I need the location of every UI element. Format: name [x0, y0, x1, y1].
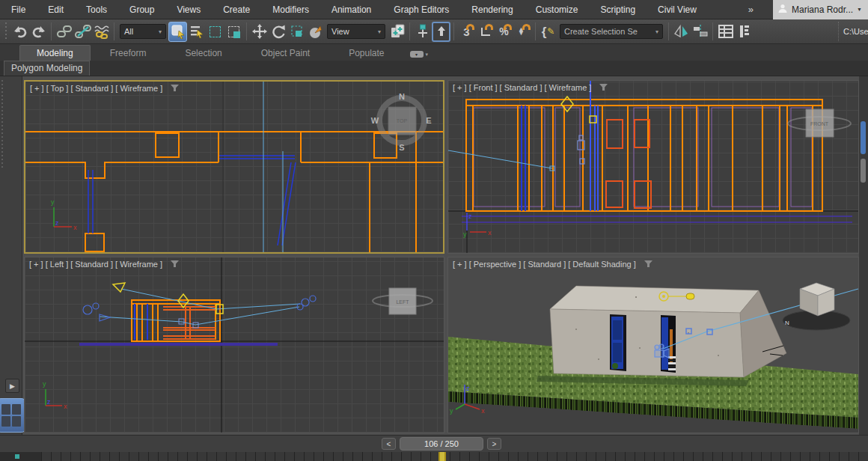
- menu-modifiers[interactable]: Modifiers: [261, 0, 320, 19]
- spinner-snap-toggle-button[interactable]: ▲▼: [513, 22, 532, 42]
- viewport-menu-general[interactable]: [ + ]: [29, 260, 43, 269]
- viewcube-left[interactable]: LEFT: [373, 288, 433, 314]
- menu-file[interactable]: File: [0, 0, 37, 19]
- current-frame-display[interactable]: 106 / 250: [400, 437, 483, 451]
- viewport-workspace: ▶ [ + ] [ Top ] [ Standard ] [ Wireframe…: [0, 76, 868, 435]
- time-slider-handle[interactable]: [438, 452, 446, 461]
- window-crossing-toggle-button[interactable]: [224, 22, 243, 42]
- select-and-link-icon[interactable]: [55, 22, 73, 42]
- angle-snap-toggle-button[interactable]: [476, 22, 495, 42]
- viewport-menu-shading[interactable]: [ Wireframe ]: [115, 260, 162, 269]
- viewport-front[interactable]: [ + ] [ Front ] [ Standard ] [ Wireframe…: [447, 80, 859, 254]
- panel-scroll-handle[interactable]: [861, 121, 866, 154]
- viewport-menu-pov[interactable]: [ Top ]: [46, 84, 69, 93]
- camera-helper-left[interactable]: [83, 303, 110, 321]
- menu-create[interactable]: Create: [212, 0, 261, 19]
- ribbon-config-dropdown[interactable]: ▾ ▾: [410, 51, 429, 61]
- per-view-filter-icon[interactable]: [644, 260, 652, 268]
- viewport-top[interactable]: [ + ] [ Top ] [ Standard ] [ Wireframe ]: [24, 80, 444, 254]
- panel-polygon-modeling[interactable]: Polygon Modeling: [4, 61, 90, 76]
- per-view-filter-icon[interactable]: [171, 85, 179, 92]
- toggle-scene-explorer-button[interactable]: [716, 22, 735, 42]
- tab-freeform[interactable]: Freeform: [91, 46, 166, 61]
- select-and-scale-button[interactable]: [287, 22, 306, 42]
- per-view-filter-icon[interactable]: [599, 84, 608, 91]
- menu-rendering[interactable]: Rendering: [460, 0, 524, 19]
- snaps-toggle-3d-button[interactable]: 3: [457, 22, 476, 42]
- menu-views[interactable]: Views: [165, 0, 212, 19]
- menu-animation[interactable]: Animation: [320, 0, 382, 19]
- previous-frame-button[interactable]: <: [382, 438, 396, 450]
- menu-edit[interactable]: Edit: [37, 0, 75, 19]
- viewport-menu-shading[interactable]: [ Wireframe ]: [115, 84, 162, 93]
- panel-scroll-track[interactable]: [861, 159, 866, 183]
- viewport-menu-renderer[interactable]: [ Standard ]: [70, 260, 113, 269]
- viewport-menu-renderer[interactable]: [ Standard ]: [500, 83, 542, 92]
- select-by-name-button[interactable]: [187, 22, 206, 42]
- viewport-layout-tab-button[interactable]: [0, 398, 25, 433]
- svg-text:z: z: [47, 398, 51, 406]
- tab-object-paint[interactable]: Object Paint: [242, 46, 329, 61]
- menu-customize[interactable]: Customize: [525, 0, 590, 19]
- menu-overflow-chevron-icon[interactable]: »: [741, 4, 773, 15]
- camera-helper-right[interactable]: [297, 296, 316, 310]
- tab-modeling[interactable]: Modeling: [19, 45, 91, 61]
- keyboard-shortcut-override-toggle[interactable]: [432, 22, 450, 42]
- viewport-menu-renderer[interactable]: [ Standard ]: [523, 260, 566, 269]
- select-and-place-button[interactable]: [306, 22, 325, 42]
- viewport-left[interactable]: [ + ] [ Left ] [ Standard ] [ Wireframe …: [24, 257, 444, 433]
- select-and-move-button[interactable]: [250, 22, 269, 42]
- tab-populate[interactable]: Populate: [329, 46, 403, 61]
- viewcube-front[interactable]: FRONT: [788, 109, 851, 137]
- per-view-filter-icon[interactable]: [171, 260, 179, 268]
- toolbar-separator: [535, 22, 536, 40]
- selection-filter-dropdown[interactable]: All ▾: [120, 24, 166, 39]
- menu-group[interactable]: Group: [118, 0, 165, 19]
- svg-text:E: E: [426, 116, 431, 125]
- viewport-menu-pov[interactable]: [ Left ]: [46, 260, 69, 269]
- menu-graph-editors[interactable]: Graph Editors: [382, 0, 460, 19]
- bind-to-space-warp-icon[interactable]: [92, 22, 111, 42]
- menu-tools[interactable]: Tools: [75, 0, 118, 19]
- menu-scripting[interactable]: Scripting: [589, 0, 647, 19]
- viewcube-3d[interactable]: N: [783, 283, 850, 330]
- undo-button[interactable]: [10, 22, 29, 42]
- viewport-perspective[interactable]: [ + ] [ Perspective ] [ Standard ] [ Def…: [447, 257, 859, 433]
- user-account-menu[interactable]: Mariana Rodr... ▼: [773, 0, 868, 19]
- viewport-menu-shading[interactable]: [ Default Shading ]: [568, 260, 636, 269]
- viewport-menu-pov[interactable]: [ Front ]: [469, 83, 498, 92]
- select-and-manipulate-button[interactable]: [413, 22, 432, 42]
- svg-text:S: S: [399, 143, 404, 152]
- select-object-button[interactable]: [168, 22, 187, 42]
- viewport-menu-general[interactable]: [ + ]: [453, 83, 467, 92]
- viewport-menu-renderer[interactable]: [ Standard ]: [70, 84, 113, 93]
- toolbar-grip[interactable]: [4, 22, 8, 41]
- select-and-rotate-button[interactable]: [269, 22, 287, 42]
- reference-coordinate-dropdown[interactable]: View ▾: [327, 24, 385, 39]
- expand-panel-button[interactable]: ▶: [5, 379, 19, 393]
- viewport-menu-general[interactable]: [ + ]: [453, 260, 467, 269]
- ribbon-strip-grip[interactable]: [1, 79, 4, 169]
- brace-label: {: [542, 25, 547, 38]
- percent-snap-toggle-button[interactable]: %: [495, 22, 513, 42]
- toggle-layer-explorer-button[interactable]: [735, 22, 754, 42]
- track-bar[interactable]: [0, 452, 868, 461]
- edit-named-selection-sets-button[interactable]: { ✎: [539, 22, 557, 42]
- menu-civil-view[interactable]: Civil View: [647, 0, 708, 19]
- viewport-menu-shading[interactable]: [ Wireframe ]: [544, 83, 591, 92]
- redo-button[interactable]: [29, 22, 48, 42]
- rectangular-selection-region-button[interactable]: [206, 22, 224, 42]
- viewport-menu-pov[interactable]: [ Perspective ]: [469, 260, 522, 269]
- next-frame-button[interactable]: >: [487, 438, 501, 450]
- unlink-selection-icon[interactable]: [73, 22, 92, 42]
- viewport-menu-general[interactable]: [ + ]: [30, 84, 44, 93]
- tab-selection[interactable]: Selection: [165, 46, 241, 61]
- time-slider-bar: < 106 / 250 >: [0, 435, 868, 452]
- align-button[interactable]: [691, 22, 709, 42]
- use-pivot-point-center-button[interactable]: [388, 22, 406, 42]
- mirror-button[interactable]: [672, 22, 691, 42]
- gizmo-yellow[interactable]: [113, 283, 223, 314]
- project-path-toolbar[interactable]: C:\Users\W: [838, 22, 868, 41]
- viewcube-compass[interactable]: TOP N W E S: [371, 92, 432, 152]
- named-selection-set-dropdown[interactable]: Create Selection Se ▾: [560, 24, 663, 39]
